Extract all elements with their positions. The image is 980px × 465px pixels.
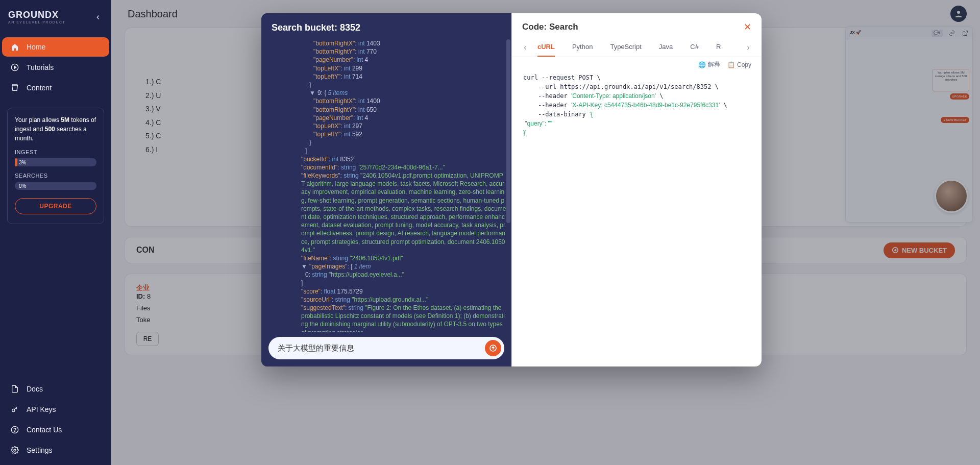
sidebar-item-label: API Keys (27, 405, 56, 413)
close-icon[interactable]: ✕ (744, 21, 751, 33)
play-icon (10, 63, 19, 72)
sidebar-top: GROUNDX AN EYELEVEL PRODUCT (0, 0, 111, 34)
sidebar-item-label: Docs (27, 385, 43, 393)
lang-prev-icon[interactable]: ‹ (521, 43, 529, 52)
code-block[interactable]: curl --request POST \ --url https://api.… (512, 69, 762, 148)
doc-icon (10, 384, 19, 394)
lang-tab-java[interactable]: Java (659, 38, 673, 57)
modal-title: Search bucket: 8352 (261, 13, 511, 39)
code-tools: 🌐解释 📋Copy (512, 57, 762, 69)
ingest-meter: 3% (15, 158, 96, 166)
globe-icon: 🌐 (698, 61, 706, 68)
sidebar-item-label: Home (27, 43, 45, 51)
modal-left: Search bucket: 8352 "bottomRightX": int … (261, 13, 511, 366)
sidebar-item-tutorials[interactable]: Tutorials (2, 58, 109, 77)
ingest-fill (15, 158, 17, 166)
plan-box: Your plan allows 5M tokens of ingest and… (7, 108, 104, 224)
code-title: Code: Search (522, 22, 578, 32)
logo-wrap: GROUNDX AN EYELEVEL PRODUCT (5, 6, 106, 28)
ingest-label: INGEST (15, 149, 96, 155)
sidebar-item-home[interactable]: Home (2, 37, 109, 57)
sidebar-item-label: Tutorials (27, 63, 54, 71)
svg-point-4 (14, 449, 16, 451)
sidebar-item-label: Contact Us (27, 426, 62, 434)
search-submit-button[interactable] (485, 340, 501, 356)
scrollbar-indicator[interactable] (506, 39, 510, 223)
main: Dashboard 1.) C2.) U3.) V4.) C5.) C6.) I… (111, 0, 980, 465)
bucket-icon (10, 83, 19, 92)
searches-meter: 0% (15, 182, 96, 190)
upgrade-button[interactable]: UPGRADE (15, 198, 96, 214)
sidebar-item-label: Settings (27, 446, 53, 454)
lang-tab-r[interactable]: R (716, 38, 721, 57)
translate-button[interactable]: 🌐解释 (698, 60, 720, 69)
lang-next-icon[interactable]: › (744, 43, 752, 52)
copy-icon: 📋 (727, 61, 735, 68)
search-input[interactable] (278, 344, 477, 353)
lang-tab-python[interactable]: Python (572, 38, 593, 57)
sidebar: GROUNDX AN EYELEVEL PRODUCT HomeTutorial… (0, 0, 111, 465)
sidebar-item-label: Content (27, 84, 52, 92)
sidebar-item-api-keys[interactable]: API Keys (2, 400, 109, 419)
sidebar-item-content[interactable]: Content (2, 78, 109, 97)
plan-text: Your plan allows 5M tokens of ingest and… (15, 115, 96, 143)
sidebar-item-docs[interactable]: Docs (2, 379, 109, 399)
gear-icon (10, 446, 19, 455)
lang-tab-c#[interactable]: C# (690, 38, 699, 57)
searches-label: SEARCHES (15, 173, 96, 179)
nav-bottom: DocsAPI KeysContact UsSettings (0, 379, 111, 465)
svg-point-3 (14, 431, 15, 432)
lang-tab-typescript[interactable]: TypeScript (610, 38, 641, 57)
home-icon (10, 42, 19, 52)
search-modal: Search bucket: 8352 "bottomRightX": int … (261, 13, 762, 366)
code-header: Code: Search ✕ (512, 13, 762, 38)
collapse-sidebar-icon[interactable] (93, 12, 103, 22)
lang-tab-curl[interactable]: cURL (537, 38, 555, 57)
search-field (268, 337, 504, 359)
sidebar-item-contact[interactable]: Contact Us (2, 420, 109, 439)
key-icon (10, 405, 19, 414)
help-icon (10, 425, 19, 434)
language-row: ‹ cURLPythonTypeScriptJavaC#R › (512, 38, 762, 57)
nav-main: HomeTutorialsContent (0, 34, 111, 101)
search-row (261, 332, 511, 366)
json-viewer[interactable]: "bottomRightX": int 1403"bottomRightY": … (261, 39, 511, 332)
logo: GROUNDX AN EYELEVEL PRODUCT (8, 10, 65, 24)
searches-value: 0% (19, 183, 26, 189)
sidebar-item-settings[interactable]: Settings (2, 440, 109, 460)
modal-right: Code: Search ✕ ‹ cURLPythonTypeScriptJav… (511, 13, 762, 366)
copy-button[interactable]: 📋Copy (727, 60, 751, 69)
language-tabs: cURLPythonTypeScriptJavaC#R (531, 38, 742, 57)
ingest-value: 3% (19, 160, 26, 165)
